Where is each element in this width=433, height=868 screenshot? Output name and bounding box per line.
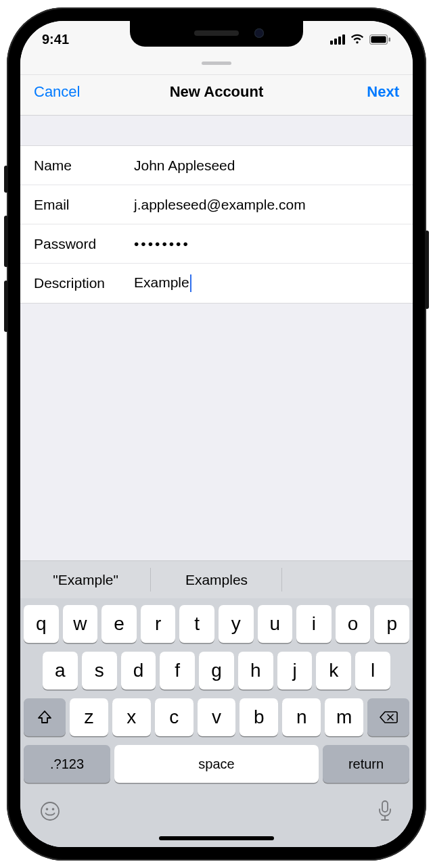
key-e[interactable]: e — [101, 605, 137, 643]
space-key[interactable]: space — [114, 745, 319, 783]
speaker-grille — [194, 30, 239, 36]
status-time: 9:41 — [42, 32, 69, 47]
front-camera — [254, 28, 264, 38]
key-b[interactable]: b — [240, 698, 278, 736]
backspace-key[interactable] — [367, 698, 409, 736]
key-c[interactable]: c — [155, 698, 193, 736]
key-a[interactable]: a — [43, 652, 78, 690]
suggestion-1[interactable]: "Example" — [20, 561, 151, 598]
suggestion-3[interactable] — [282, 561, 413, 598]
email-row[interactable]: Email j.appleseed@example.com — [20, 185, 413, 224]
form-spacer — [20, 116, 413, 145]
key-row-2: a s d f g h j k l — [24, 652, 409, 690]
shift-icon — [37, 709, 53, 725]
volume-up-button — [4, 216, 8, 267]
page-title: New Account — [95, 83, 338, 101]
microphone-icon — [376, 800, 394, 823]
return-key[interactable]: return — [323, 745, 409, 783]
text-caret — [190, 274, 191, 292]
password-label: Password — [34, 236, 134, 252]
key-p[interactable]: p — [374, 605, 409, 643]
key-h[interactable]: h — [238, 652, 273, 690]
battery-icon — [369, 34, 391, 45]
keyboard-bottom-bar — [20, 796, 413, 829]
key-z[interactable]: z — [70, 698, 108, 736]
password-field[interactable]: •••••••• — [134, 236, 399, 252]
mute-switch — [4, 166, 8, 193]
key-i[interactable]: i — [296, 605, 332, 643]
key-k[interactable]: k — [316, 652, 351, 690]
name-field[interactable]: John Appleseed — [134, 158, 399, 174]
key-y[interactable]: y — [219, 605, 254, 643]
key-w[interactable]: w — [63, 605, 98, 643]
suggestion-2[interactable]: Examples — [151, 561, 281, 598]
email-field[interactable]: j.appleseed@example.com — [134, 197, 399, 213]
emoji-icon — [39, 800, 61, 822]
keyboard: "Example" Examples q w e r t y u i o p — [20, 560, 413, 847]
dictation-button[interactable] — [376, 800, 394, 823]
home-indicator[interactable] — [20, 829, 413, 847]
key-n[interactable]: n — [282, 698, 321, 736]
content-filler — [20, 304, 413, 560]
key-row-3: z x c v b n m — [24, 698, 409, 736]
key-row-4: .?123 space return — [24, 745, 409, 783]
email-label: Email — [34, 197, 134, 213]
key-l[interactable]: l — [355, 652, 390, 690]
key-r[interactable]: r — [141, 605, 176, 643]
svg-point-5 — [52, 808, 55, 811]
screen: 9:41 Cancel New Account Next — [20, 21, 413, 847]
next-button[interactable]: Next — [338, 83, 399, 101]
key-g[interactable]: g — [199, 652, 234, 690]
cancel-button[interactable]: Cancel — [34, 83, 95, 101]
key-row-1: q w e r t y u i o p — [24, 605, 409, 643]
svg-rect-6 — [382, 801, 388, 812]
key-x[interactable]: x — [112, 698, 151, 736]
svg-point-4 — [46, 808, 49, 811]
password-row[interactable]: Password •••••••• — [20, 224, 413, 264]
svg-rect-2 — [389, 37, 391, 41]
key-o[interactable]: o — [336, 605, 371, 643]
shift-key[interactable] — [24, 698, 66, 736]
key-t[interactable]: t — [179, 605, 214, 643]
key-s[interactable]: s — [82, 652, 117, 690]
key-u[interactable]: u — [258, 605, 293, 643]
svg-rect-1 — [371, 36, 386, 43]
key-q[interactable]: q — [24, 605, 59, 643]
side-button — [425, 231, 429, 309]
description-label: Description — [34, 275, 134, 291]
key-m[interactable]: m — [325, 698, 363, 736]
name-label: Name — [34, 158, 134, 174]
volume-down-button — [4, 281, 8, 332]
phone-frame: 9:41 Cancel New Account Next — [7, 7, 426, 861]
key-d[interactable]: d — [121, 652, 156, 690]
numbers-key[interactable]: .?123 — [24, 745, 110, 783]
key-v[interactable]: v — [198, 698, 236, 736]
description-row[interactable]: Description Example — [20, 264, 413, 303]
name-row[interactable]: Name John Appleseed — [20, 146, 413, 185]
description-field[interactable]: Example — [134, 274, 399, 292]
key-f[interactable]: f — [160, 652, 195, 690]
cellular-signal-icon — [330, 34, 345, 45]
emoji-button[interactable] — [39, 800, 61, 822]
wifi-icon — [350, 34, 365, 45]
account-form: Name John Appleseed Email j.appleseed@ex… — [20, 145, 413, 304]
notch — [130, 21, 303, 47]
backspace-icon — [379, 710, 398, 725]
sheet-grabber[interactable] — [20, 57, 413, 75]
key-j[interactable]: j — [277, 652, 313, 690]
suggestion-bar: "Example" Examples — [20, 560, 413, 598]
navigation-bar: Cancel New Account Next — [20, 75, 413, 116]
svg-point-3 — [41, 802, 59, 820]
